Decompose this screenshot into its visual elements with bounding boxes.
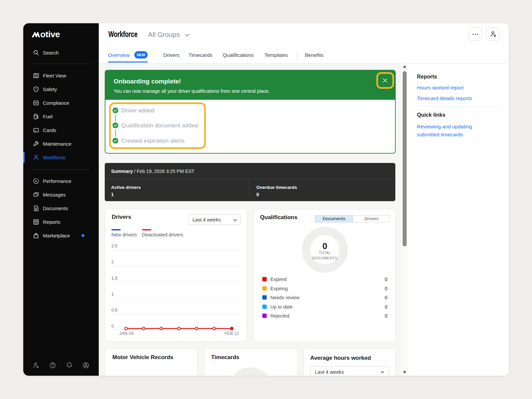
- svg-text:otive: otive: [40, 29, 60, 39]
